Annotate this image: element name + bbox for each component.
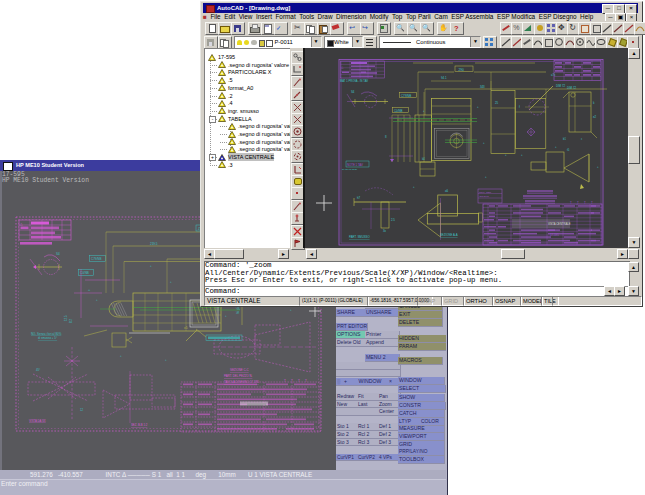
svg-text:C79/NB: C79/NB: [401, 94, 411, 98]
svg-text:+: +: [290, 309, 292, 312]
svg-text:+: +: [483, 142, 485, 145]
svg-text:e2: e2: [593, 115, 597, 119]
svg-text:DIM 72: DIM 72: [567, 86, 576, 90]
svg-text:k: k: [593, 101, 595, 105]
svg-text:+: +: [165, 359, 167, 362]
svg-text:+: +: [96, 299, 98, 302]
svg-text:f: f: [519, 105, 520, 109]
svg-text:SEZIONE C-C: SEZIONE C-C: [230, 368, 249, 372]
svg-text:△: △: [341, 65, 344, 69]
svg-text:k4: k4: [422, 157, 425, 161]
svg-text:T: T: [584, 201, 586, 205]
svg-text:±5: ±5: [184, 326, 188, 330]
svg-text:DIM 72: DIM 72: [556, 84, 565, 88]
svg-text:C0/NB: C0/NB: [394, 109, 403, 113]
svg-text:h6 g5: h6 g5: [236, 307, 240, 314]
svg-text:17-595: 17-595: [550, 233, 559, 237]
svg-text:ISO 2768: ISO 2768: [479, 195, 489, 197]
svg-text:SEZIONE A-A: SEZIONE A-A: [440, 233, 458, 237]
svg-text:25: 25: [495, 101, 499, 105]
svg-text:VISTA DA SX: VISTA DA SX: [29, 419, 46, 423]
svg-text:NO- Senza i fori al 80%: NO- Senza i fori al 80%: [31, 332, 62, 336]
svg-text:VISTA CENTRALE: VISTA CENTRALE: [548, 222, 571, 226]
svg-text:t5: t5: [567, 148, 570, 152]
svg-text:8: 8: [385, 135, 387, 139]
svg-text:SEZ. B-B 1:2: SEZ. B-B 1:2: [131, 423, 148, 427]
svg-text:PART. DEL PEZZO N.: PART. DEL PEZZO N.: [224, 374, 253, 378]
svg-text:T: T: [570, 201, 572, 205]
svg-text:+: +: [597, 166, 599, 169]
svg-text:NOTE 1 TAV: NOTE 1 TAV: [347, 163, 363, 167]
svg-text:94.1: 94.1: [441, 76, 447, 80]
svg-text:T: T: [591, 201, 593, 205]
svg-text:a6: a6: [445, 189, 449, 193]
svg-text:+: +: [555, 146, 557, 149]
svg-text:T: T: [298, 379, 300, 383]
svg-text:219.5: 219.5: [150, 242, 158, 246]
svg-text:+: +: [225, 315, 227, 318]
svg-text:h7: h7: [357, 196, 361, 200]
svg-text:C0/NB: C0/NB: [80, 271, 89, 275]
svg-text:PART. SMUSSO: PART. SMUSSO: [349, 235, 370, 239]
svg-text:+: +: [423, 110, 425, 113]
svg-text:MAT 1 PROVA - IN TAV: MAT 1 PROVA - IN TAV: [340, 79, 368, 83]
svg-text:45°: 45°: [36, 368, 40, 372]
svg-text:b1: b1: [563, 137, 566, 141]
svg-text:T: T: [305, 379, 307, 383]
svg-text:T: T: [284, 379, 286, 383]
svg-text:+: +: [413, 186, 415, 189]
svg-text:+: +: [170, 281, 172, 284]
svg-text:+: +: [521, 154, 523, 157]
svg-text:+: +: [505, 154, 507, 157]
svg-text:12: 12: [80, 408, 84, 412]
svg-text:N (IN 17-595): N (IN 17-595): [342, 168, 357, 171]
svg-text:S4: S4: [351, 90, 355, 94]
svg-text:c: c: [581, 138, 583, 141]
svg-text:+: +: [485, 176, 487, 179]
svg-text:+: +: [120, 355, 122, 358]
svg-text:C79/NB: C79/NB: [91, 257, 102, 261]
svg-text:343: 343: [480, 85, 485, 89]
svg-text:△: △: [20, 222, 23, 226]
svg-text:di smusso + 5°: di smusso + 5°: [38, 336, 57, 340]
svg-text:⊥: ⊥: [88, 288, 91, 292]
svg-text:290: 290: [459, 68, 465, 72]
svg-text:3x: 3x: [383, 229, 387, 233]
svg-text:+: +: [477, 106, 479, 109]
svg-text:+: +: [150, 265, 152, 268]
svg-text:2.5: 2.5: [391, 218, 395, 222]
svg-text:T: T: [577, 201, 579, 205]
svg-text:S4: S4: [56, 252, 60, 256]
svg-text:TOLL. GEN.: TOLL. GEN.: [479, 191, 492, 193]
svg-text:8.2: 8.2: [69, 319, 73, 323]
svg-text:12.5: 12.5: [64, 315, 68, 321]
